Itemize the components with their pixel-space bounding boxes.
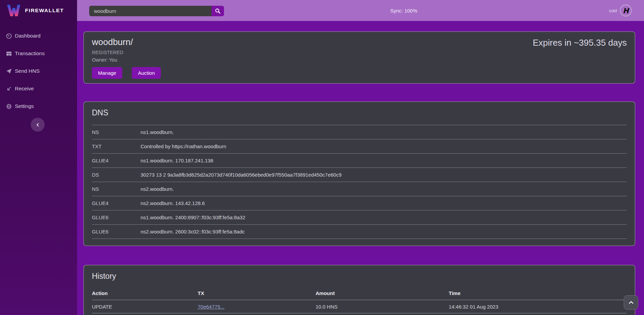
history-action: UPDATE — [92, 304, 198, 310]
sidebar-item-label: Settings — [15, 103, 34, 109]
search-icon — [215, 8, 221, 14]
dns-table: NS ns1.woodburn. TXT Controlled by https… — [92, 125, 627, 239]
dns-record-type: NS — [92, 186, 141, 192]
sidebar-item-label: Dashboard — [15, 33, 41, 39]
history-row: RENEW d7b64f... 10.0 HNS 15:47:36 07 Jul… — [92, 313, 627, 315]
domain-card-left: woodburn/ REGISTERED Owner: You Manage A… — [92, 37, 161, 78]
transactions-table-icon — [6, 51, 12, 57]
sidebar-item-label: Transactions — [15, 50, 45, 57]
dns-record-type: GLUE4 — [92, 158, 141, 163]
history-col-tx: TX — [198, 290, 316, 296]
svg-text:H: H — [623, 7, 629, 15]
wallet-area[interactable]: cold H — [609, 0, 632, 21]
domain-status-badge: REGISTERED — [92, 50, 161, 55]
search-input[interactable] — [89, 6, 212, 16]
sidebar-item-dashboard[interactable]: Dashboard — [0, 27, 77, 45]
dns-record-type: DS — [92, 172, 141, 178]
brand-name: FIREWALLET — [25, 7, 64, 14]
dns-record-type: NS — [92, 129, 141, 135]
dns-record-type: TXT — [92, 143, 141, 149]
wallet-name-label: cold — [609, 8, 617, 13]
dns-record-value: ns1.woodburn. 170.187.241.138 — [141, 158, 627, 163]
dns-record-value: 30273 13 2 9a3a8fb3d625d2a2073d740f10da6… — [141, 172, 627, 178]
domain-expiry: Expires in ~395.35 days — [533, 38, 627, 78]
history-time: 14:46:32 01 Aug 2023 — [449, 304, 627, 310]
topbar: Sync: 100% cold H — [77, 0, 644, 21]
sidebar-nav: Dashboard Transactions Send HNS Receive — [0, 27, 77, 115]
history-col-action: Action — [92, 290, 198, 296]
history-section-title: History — [92, 270, 627, 281]
dashboard-gauge-icon — [6, 33, 12, 39]
receive-arrow-icon — [6, 86, 12, 92]
dns-record-value: Controlled by https://nathan.woodburn — [141, 143, 627, 149]
history-header-row: Action TX Amount Time — [92, 286, 627, 300]
history-col-time: Time — [449, 290, 627, 296]
dns-record-type: GLUE4 — [92, 200, 141, 206]
sidebar-item-label: Send HNS — [15, 68, 40, 74]
auction-button[interactable]: Auction — [132, 67, 161, 79]
dns-record-value: ns2.woodburn. 2600:3c02::f03c:93ff:fe5a:… — [141, 229, 627, 234]
history-table: Action TX Amount Time UPDATE 70e64775...… — [92, 286, 627, 315]
domain-name: woodburn/ — [92, 37, 161, 47]
domain-owner: Owner: You — [92, 57, 161, 63]
search-group — [89, 6, 224, 16]
dns-record-row: GLUE6 ns1.woodburn. 2400:8907::f03c:93ff… — [92, 210, 627, 224]
dns-record-value: ns1.woodburn. 2400:8907::f03c:93ff:fe5a:… — [141, 215, 627, 220]
sync-status: Sync: 100% — [390, 0, 417, 21]
sidebar-item-settings[interactable]: Settings — [0, 97, 77, 115]
dns-record-row: GLUE4 ns2.woodburn. 143.42.128.6 — [92, 196, 627, 210]
dns-record-row: NS ns2.woodburn. — [92, 182, 627, 196]
sidebar-item-label: Receive — [15, 86, 34, 92]
history-col-amount: Amount — [316, 290, 449, 296]
chevron-left-icon — [35, 122, 40, 127]
sidebar-item-transactions[interactable]: Transactions — [0, 45, 77, 62]
send-plane-icon — [6, 68, 12, 74]
dns-record-row: GLUE6 ns2.woodburn. 2600:3c02::f03c:93ff… — [92, 224, 627, 239]
dns-record-row: TXT Controlled by https://nathan.woodbur… — [92, 139, 627, 153]
dns-card: DNS NS ns1.woodburn. TXT Controlled by h… — [83, 102, 635, 246]
dns-record-type: GLUE6 — [92, 229, 141, 234]
history-amount: 10.0 HNS — [316, 304, 449, 310]
manage-button[interactable]: Manage — [92, 67, 122, 79]
dns-record-row: GLUE4 ns1.woodburn. 170.187.241.138 — [92, 153, 627, 167]
tx-link[interactable]: 70e64775... — [198, 304, 224, 310]
dns-record-value: ns2.woodburn. 143.42.128.6 — [141, 200, 627, 206]
search-button[interactable] — [212, 6, 224, 16]
dns-record-row: NS ns1.woodburn. — [92, 125, 627, 139]
firewallet-w-logo — [6, 4, 21, 17]
history-row: UPDATE 70e64775... 10.0 HNS 14:46:32 01 … — [92, 300, 627, 313]
scroll-to-top-button[interactable] — [624, 295, 638, 310]
sidebar-collapse-button[interactable] — [31, 118, 45, 132]
sidebar: FIREWALLET Dashboard Transactions Send H… — [0, 0, 77, 315]
domain-card: woodburn/ REGISTERED Owner: You Manage A… — [83, 31, 635, 84]
history-card: History Action TX Amount Time UPDATE 70e… — [83, 265, 635, 315]
sidebar-item-send-hns[interactable]: Send HNS — [0, 62, 77, 80]
sidebar-item-receive[interactable]: Receive — [0, 80, 77, 97]
dns-record-row: DS 30273 13 2 9a3a8fb3d625d2a2073d740f10… — [92, 167, 627, 182]
chevron-up-icon — [628, 300, 634, 305]
brand: FIREWALLET — [0, 0, 77, 21]
settings-gear-icon — [6, 104, 12, 109]
dns-section-title: DNS — [92, 107, 627, 117]
dns-record-value: ns1.woodburn. — [141, 129, 627, 135]
dns-record-value: ns2.woodburn. — [141, 186, 627, 192]
main-content: woodburn/ REGISTERED Owner: You Manage A… — [77, 21, 644, 315]
handshake-logo-icon: H — [620, 4, 632, 17]
dns-record-type: GLUE6 — [92, 215, 141, 220]
